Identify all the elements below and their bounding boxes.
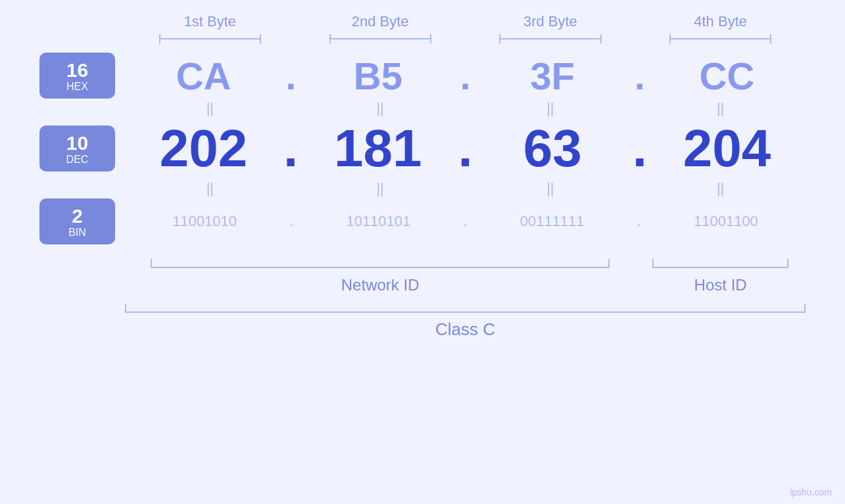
hex-b2: B5 <box>299 54 456 98</box>
bin-b3: 00111111 <box>473 213 632 230</box>
hex-b1: CA <box>125 54 282 98</box>
top-bracket-4 <box>635 34 806 46</box>
hex-b3: 3F <box>474 54 631 98</box>
hex-dot-3: . <box>631 54 648 98</box>
dec-dot-2: . <box>456 118 473 179</box>
bin-b4: 11001100 <box>646 213 806 230</box>
bin-b1: 11001010 <box>125 213 284 230</box>
eq2-b4: || <box>635 179 806 198</box>
byte-header-3: 3rd Byte <box>466 13 636 30</box>
dec-dot-3: . <box>631 118 648 179</box>
bin-dot-3: . <box>632 213 646 230</box>
eq2-b2: || <box>295 179 466 198</box>
hex-dot-2: . <box>456 54 473 98</box>
watermark: ipshu.com <box>790 487 832 497</box>
hex-row: 16 HEX CA . B5 . 3F . CC <box>39 53 806 99</box>
eq1-b3: || <box>466 99 636 118</box>
bin-label-box: 2 BIN <box>39 198 115 244</box>
hex-dot-1: . <box>282 54 299 98</box>
bin-b2: 10110101 <box>299 213 458 230</box>
dec-base: DEC <box>66 154 89 166</box>
hex-values: CA . B5 . 3F . CC <box>125 54 806 98</box>
dec-values: 202 . 181 . 63 . 204 <box>125 118 806 179</box>
byte-header-2: 2nd Byte <box>295 13 466 30</box>
bin-values: 11001010 . 10110101 . 00111111 . 1100110… <box>125 213 806 230</box>
eq2-b3: || <box>466 179 636 198</box>
byte-header-1: 1st Byte <box>125 13 295 30</box>
hex-b4: CC <box>648 54 806 98</box>
dec-dot-1: . <box>282 118 299 179</box>
top-bracket-1 <box>125 34 295 46</box>
bin-base: BIN <box>68 227 86 239</box>
eq1-b1: || <box>125 99 295 118</box>
class-c-label: Class C <box>125 319 806 340</box>
top-bracket-2 <box>295 34 466 46</box>
byte-header-4: 4th Byte <box>635 13 806 30</box>
class-c-bracket-row <box>125 298 806 317</box>
eq2-b1: || <box>125 179 295 198</box>
hex-label-box: 16 HEX <box>39 53 115 99</box>
network-host-labels: Network ID Host ID <box>125 275 806 294</box>
dec-row: 10 DEC 202 . 181 . 63 . 204 <box>39 118 806 179</box>
equals-row-1: || || || || <box>39 99 806 118</box>
eq1-b2: || <box>295 99 466 118</box>
hex-num: 16 <box>66 59 88 81</box>
network-host-brackets <box>125 252 806 272</box>
network-bracket <box>125 252 635 272</box>
dec-b4: 204 <box>648 118 806 179</box>
host-id-label: Host ID <box>635 275 806 294</box>
top-bracket-3 <box>466 34 636 46</box>
dec-label-box: 10 DEC <box>39 126 115 172</box>
hex-base: HEX <box>66 81 88 93</box>
eq1-b4: || <box>635 99 806 118</box>
bin-dot-2: . <box>458 213 472 230</box>
host-bracket <box>635 252 806 272</box>
bin-row: 2 BIN 11001010 . 10110101 . 00111111 . 1… <box>39 198 806 244</box>
network-id-label: Network ID <box>125 275 635 294</box>
dec-b1: 202 <box>125 118 282 179</box>
equals-row-2: || || || || <box>39 179 806 198</box>
bin-num: 2 <box>72 205 83 227</box>
bin-dot-1: . <box>284 213 299 230</box>
dec-b3: 63 <box>474 118 631 179</box>
dec-num: 10 <box>66 132 88 154</box>
class-c-bracket <box>125 298 806 317</box>
class-c-label-row: Class C <box>125 319 806 340</box>
dec-b2: 181 <box>299 118 456 179</box>
